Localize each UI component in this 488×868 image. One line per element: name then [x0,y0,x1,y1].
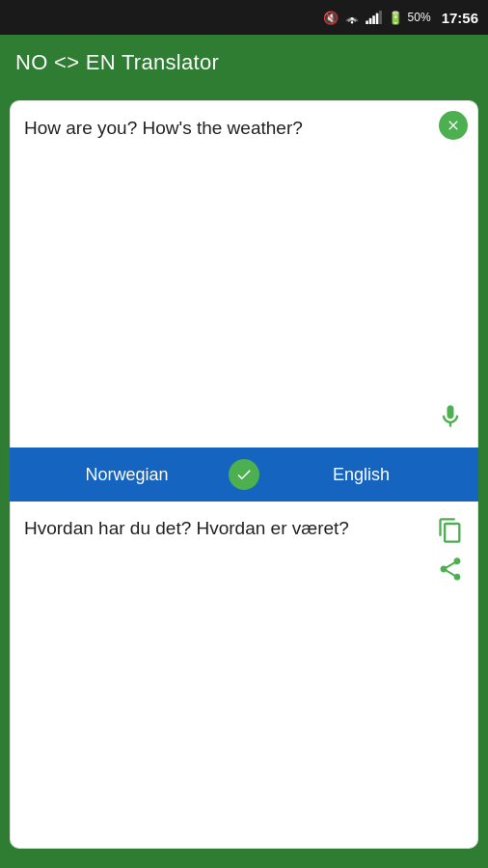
share-button[interactable] [433,552,468,586]
target-language-tab[interactable]: English [244,448,478,502]
target-language-label: English [333,465,390,485]
app-title: NO <> EN Translator [15,50,219,75]
language-bar: Norwegian English [10,448,478,502]
clear-button[interactable] [439,111,468,140]
svg-rect-1 [368,18,371,24]
mute-icon: 🔇 [323,11,339,25]
svg-rect-2 [372,15,375,24]
output-card: Hvordan har du det? Hvordan er været? [10,502,478,849]
wifi-icon [343,11,361,24]
input-card: How are you? How's the weather? [10,100,478,448]
source-language-label: Norwegian [85,465,168,485]
battery-level: 50% [408,11,431,24]
status-time: 17:56 [442,10,478,26]
microphone-button[interactable] [433,399,468,434]
signal-icon [366,11,383,24]
output-text: Hvordan har du det? Hvordan er været? [24,518,349,538]
status-bar: 🔇 🔋 50% 17:56 [0,0,488,35]
translate-badge [229,459,259,490]
source-language-tab[interactable]: Norwegian [10,448,244,502]
copy-button[interactable] [433,513,468,548]
svg-rect-0 [366,21,368,25]
main-content: How are you? How's the weather? Norwegia… [0,91,488,858]
app-bar: NO <> EN Translator [0,35,488,91]
input-text[interactable]: How are you? How's the weather? [24,118,345,138]
battery-icon: 🔋 [388,11,403,25]
status-icons: 🔇 🔋 50% 17:56 [323,10,478,26]
svg-rect-4 [379,11,382,24]
svg-rect-3 [375,14,378,24]
